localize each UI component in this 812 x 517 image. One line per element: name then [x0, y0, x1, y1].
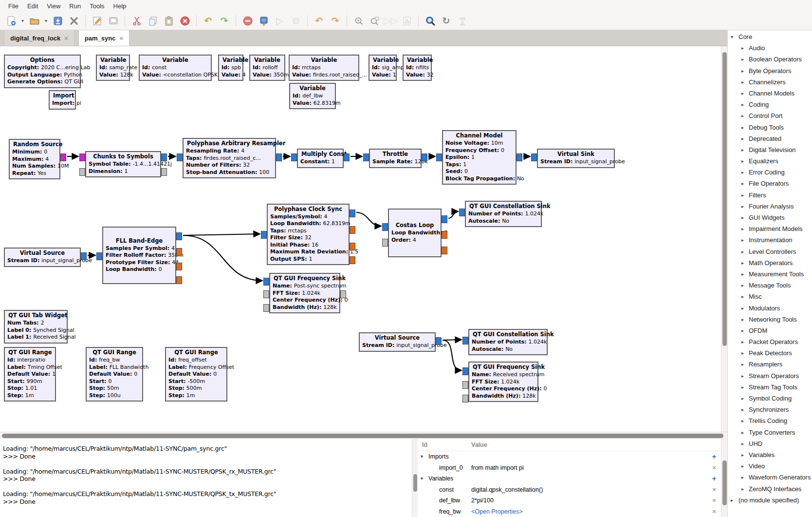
row-value[interactable]: digital.qpsk_constellation(): [471, 484, 543, 496]
connection[interactable]: [443, 340, 461, 340]
block-virtual-sink[interactable]: Virtual SinkStream ID: input_signal_prob…: [537, 149, 615, 168]
row-value[interactable]: from math import pi: [471, 462, 524, 474]
canvas-vertical-scrollbar[interactable]: [721, 46, 728, 432]
complex-port[interactable]: [161, 153, 167, 161]
tree-category-symbol-coding[interactable]: ▸Symbol Coding: [728, 393, 812, 404]
undo-button[interactable]: ↶: [200, 13, 216, 29]
tree-category-zeromq-interfaces[interactable]: ▸ZeroMQ Interfaces: [728, 483, 812, 495]
flowgraph-canvas[interactable]: OptionsCopyright: 2020 C...ering LabOutp…: [0, 46, 721, 432]
add-icon[interactable]: +: [710, 473, 718, 484]
block-multiply-const[interactable]: Multiply ConstConstant: 1: [297, 149, 344, 168]
complex-port[interactable]: [442, 215, 447, 223]
tree-category-instrumentation[interactable]: ▸Instrumentation: [728, 234, 812, 246]
tree-category-impairment-models[interactable]: ▸Impairment Models: [728, 223, 812, 234]
float-port[interactable]: [350, 243, 355, 250]
variable-row-def-lbw[interactable]: def_lbw2*pi/100×: [418, 495, 721, 506]
block-qt-gui-frequency-sink-received[interactable]: QT GUI Frequency SinkName: Received spec…: [468, 362, 538, 402]
block-polyphase-clock-sync[interactable]: Polyphase Clock SyncSamples/Symbol: 4Loo…: [267, 204, 350, 265]
tree-category-uhd[interactable]: ▸UHD: [728, 438, 812, 449]
message-port[interactable]: [263, 290, 269, 298]
block-qt-gui-frequency-sink-post[interactable]: QT GUI Frequency SinkName: Post-sync spe…: [269, 273, 340, 313]
tree-category-measurement-tools[interactable]: ▸Measurement Tools: [728, 268, 812, 280]
message-port[interactable]: [263, 304, 269, 312]
tree-category-math-operators[interactable]: ▸Math Operators: [728, 257, 812, 268]
tree-category-level-controllers[interactable]: ▸Level Controllers: [728, 246, 812, 257]
tree-category-equalizers[interactable]: ▸Equalizers: [728, 155, 812, 167]
message-port[interactable]: [340, 290, 346, 298]
tree-category-error-coding[interactable]: ▸Error Coding: [728, 167, 812, 178]
block-channel-model[interactable]: Channel ModelNoise Voltage: 10mFrequency…: [442, 130, 517, 185]
tree-category-message-tools[interactable]: ▸Message Tools: [728, 280, 812, 291]
byte-port[interactable]: [60, 153, 66, 161]
menu-view[interactable]: View: [42, 1, 65, 11]
complex-port[interactable]: [96, 252, 102, 260]
menu-tools[interactable]: Tools: [85, 1, 109, 11]
screen-capture-button[interactable]: [105, 13, 121, 29]
tab-close-icon[interactable]: ×: [64, 35, 68, 42]
remove-icon[interactable]: ×: [710, 484, 718, 496]
variable-row-import-0[interactable]: import_0from math import pi×: [418, 462, 721, 474]
zoom-in-button[interactable]: [351, 13, 367, 29]
complex-port[interactable]: [436, 337, 442, 345]
block-import-pi[interactable]: ImportImport: pi: [49, 90, 76, 110]
block-options[interactable]: OptionsCopyright: 2020 C...ering LabOutp…: [4, 55, 81, 88]
delete-button[interactable]: [177, 13, 193, 29]
collapse-arrow-icon[interactable]: ▾: [421, 451, 423, 462]
connection[interactable]: [448, 211, 458, 218]
float-port[interactable]: [176, 263, 182, 270]
block-chunks-to-symbols[interactable]: Chunks to SymbolsSymbol Table: -1.4...1.…: [85, 151, 161, 177]
tab-close-icon[interactable]: ×: [120, 35, 124, 42]
tree-category-filters[interactable]: ▸Filters: [728, 190, 812, 201]
cut-button[interactable]: [129, 13, 145, 29]
block-throttle[interactable]: ThrottleSample Rate: 128k: [369, 149, 422, 168]
rotate-cw-button[interactable]: ↷: [327, 13, 343, 29]
complex-port[interactable]: [462, 367, 468, 375]
block-virtual-source-2[interactable]: Virtual SourceStream ID: input_signal_pr…: [359, 332, 436, 352]
tree-category-waveform-generators[interactable]: ▸Waveform Generators: [728, 472, 812, 483]
complex-port[interactable]: [363, 153, 369, 161]
tree-category-trellis-coding[interactable]: ▸Trellis Coding: [728, 415, 812, 426]
message-port[interactable]: [161, 168, 167, 176]
block-qt-gui-constellation-sink-1[interactable]: QT GUI Constellation SinkNumber of Point…: [465, 201, 542, 227]
complex-port[interactable]: [459, 209, 465, 216]
tree-category-ofdm[interactable]: ▸OFDM: [728, 325, 812, 336]
variable-row-freq-bw[interactable]: freq_bw<Open Properties>×: [418, 506, 721, 517]
float-port[interactable]: [442, 231, 447, 239]
edit-button[interactable]: [89, 13, 105, 29]
message-port[interactable]: [462, 381, 468, 389]
kill-flowgraph-button[interactable]: [240, 13, 256, 29]
block-variable-spb[interactable]: VariableId: spbValue: 4: [218, 55, 243, 81]
variable-row-variables[interactable]: ▾Variables+: [418, 473, 721, 484]
variable-editor-scrollbar-thumb[interactable]: [722, 460, 727, 505]
complex-port[interactable]: [263, 278, 269, 286]
tree-category-coding[interactable]: ▸Coding: [728, 99, 812, 110]
complex-port[interactable]: [350, 210, 355, 217]
complex-port[interactable]: [291, 153, 297, 161]
copy-button[interactable]: [145, 13, 161, 29]
menu-edit[interactable]: Edit: [23, 1, 42, 11]
block-costas-loop[interactable]: Costas LoopLoop Bandwidth: 0Order: 4: [388, 209, 442, 257]
block-qt-gui-range-freq-bw[interactable]: QT GUI RangeId: freq_bwLabel: FLL Bandwi…: [86, 347, 143, 402]
complex-port[interactable]: [462, 337, 468, 345]
complex-port[interactable]: [382, 223, 388, 231]
tree-category-core[interactable]: ▾Core: [728, 31, 812, 42]
float-port[interactable]: [176, 248, 182, 256]
paste-button[interactable]: [161, 13, 177, 29]
open-flowgraph-button[interactable]: [26, 13, 42, 29]
message-port[interactable]: [382, 239, 388, 247]
tree-category-stream-tag-tools[interactable]: ▸Stream Tag Tools: [728, 382, 812, 393]
tree-category-fourier-analysis[interactable]: ▸Fourier Analysis: [728, 201, 812, 212]
remove-icon[interactable]: ×: [710, 506, 718, 517]
tree-category-resamplers[interactable]: ▸Resamplers: [728, 359, 812, 370]
row-value[interactable]: 2*pi/100: [471, 495, 494, 506]
tree-category-synchronizers[interactable]: ▸Synchronizers: [728, 404, 812, 415]
new-dropdown-button[interactable]: ▾: [19, 13, 26, 29]
tab-pam_sync[interactable]: pam_sync×: [78, 30, 129, 46]
tab-digital_freq_lock[interactable]: digital_freq_lock×: [4, 30, 74, 46]
tree-category-misc[interactable]: ▸Misc: [728, 291, 812, 302]
tree-category-packet-operators[interactable]: ▸Packet Operators: [728, 336, 812, 347]
tree-category-variables[interactable]: ▸Variables: [728, 449, 812, 460]
block-variable-const[interactable]: VariableId: constValue: <constellation Q…: [139, 55, 212, 81]
menu-run[interactable]: Run: [65, 1, 85, 11]
tree-category-control-port[interactable]: ▸Control Port: [728, 110, 812, 121]
